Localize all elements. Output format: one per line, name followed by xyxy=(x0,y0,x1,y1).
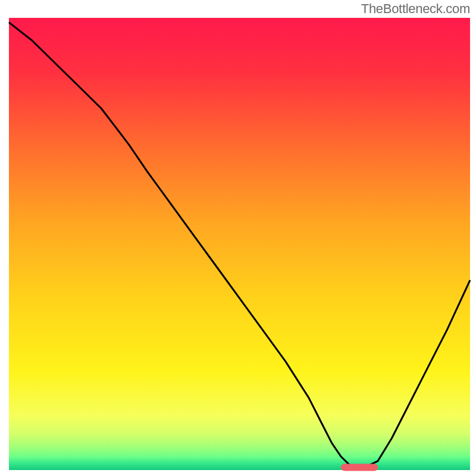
watermark-text: TheBottleneck.com xyxy=(361,1,470,17)
optimal-marker xyxy=(341,464,378,471)
bottleneck-chart xyxy=(0,0,476,476)
